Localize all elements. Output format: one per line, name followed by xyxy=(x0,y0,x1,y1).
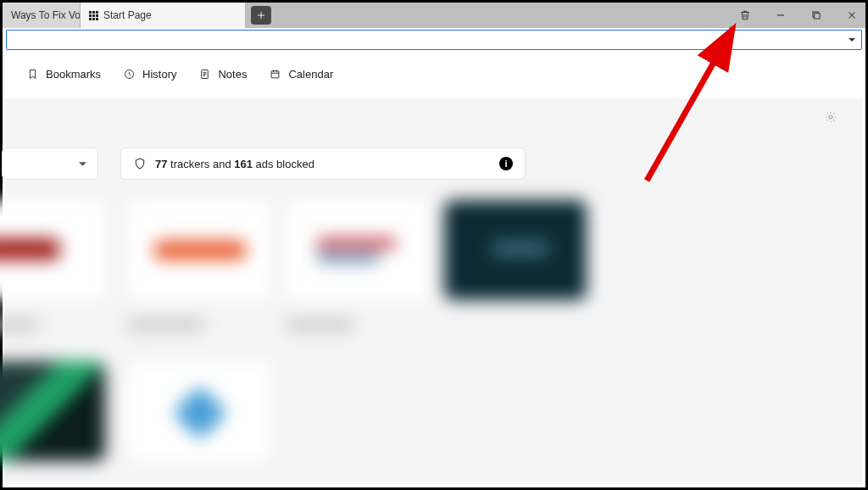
chevron-down-icon xyxy=(78,159,87,169)
tab-inactive-title: Ways To Fix Voic xyxy=(11,9,81,21)
tracker-blocked-pill[interactable]: 77 trackers and 161 ads blocked i xyxy=(120,148,526,180)
trash-icon xyxy=(739,9,751,21)
trash-button[interactable] xyxy=(737,7,754,24)
ads-count: 161 xyxy=(234,158,253,170)
speed-dial-tile[interactable] xyxy=(0,200,105,300)
maximize-button[interactable] xyxy=(808,7,825,24)
shield-icon xyxy=(133,157,147,170)
history-label: History xyxy=(142,68,176,81)
notes-icon xyxy=(198,68,211,81)
minimize-icon xyxy=(775,9,787,21)
minimize-button[interactable] xyxy=(772,7,789,24)
bookmarks-label: Bookmarks xyxy=(46,68,101,81)
tile-label xyxy=(287,319,354,331)
svg-point-5 xyxy=(829,115,832,119)
close-icon xyxy=(846,9,858,21)
address-bar-wrap xyxy=(3,28,865,52)
bookmarks-tab[interactable]: Bookmarks xyxy=(26,68,101,81)
tracker-text: 77 trackers and 161 ads blocked xyxy=(155,158,314,170)
svg-rect-4 xyxy=(272,70,280,77)
address-dropdown-icon xyxy=(848,36,856,44)
plus-icon xyxy=(256,10,266,20)
speed-dial-tile[interactable] xyxy=(0,361,105,461)
calendar-label: Calendar xyxy=(288,68,333,81)
calendar-tab[interactable]: Calendar xyxy=(269,68,333,81)
svg-rect-1 xyxy=(815,14,820,19)
notes-tab[interactable]: Notes xyxy=(198,68,247,81)
tile-label xyxy=(0,319,39,331)
tile-label xyxy=(128,319,204,331)
tab-active-title: Start Page xyxy=(103,9,152,21)
maximize-icon xyxy=(810,9,822,21)
new-tab-button[interactable] xyxy=(251,6,271,25)
tracker-count: 77 xyxy=(155,158,167,170)
history-tab[interactable]: History xyxy=(123,68,176,81)
speed-dial-tile[interactable] xyxy=(128,200,270,300)
window-controls xyxy=(737,3,860,28)
close-button[interactable] xyxy=(843,7,860,24)
info-icon[interactable]: i xyxy=(499,157,513,170)
start-toolbar: Bookmarks History Notes Calendar xyxy=(3,52,865,96)
calendar-icon xyxy=(269,68,281,81)
speed-dial-tiles xyxy=(5,200,863,485)
start-settings-button[interactable] xyxy=(824,110,837,127)
notes-label: Notes xyxy=(218,68,247,81)
history-icon xyxy=(123,68,136,81)
speed-dial-controls: 77 trackers and 161 ads blocked i xyxy=(5,148,526,180)
tab-bar: Ways To Fix Voic Start Page xyxy=(3,3,865,28)
speed-dial-dropdown[interactable] xyxy=(2,148,98,180)
speed-dial-tile[interactable] xyxy=(287,200,429,300)
apps-grid-icon xyxy=(89,11,98,20)
bookmark-icon xyxy=(26,68,39,81)
gear-icon xyxy=(824,110,837,124)
tab-active[interactable]: Start Page xyxy=(81,3,246,28)
speed-dial-tile[interactable] xyxy=(444,200,587,300)
tab-inactive[interactable]: Ways To Fix Voic xyxy=(3,3,81,28)
address-bar[interactable] xyxy=(6,30,862,50)
start-page-content: 77 trackers and 161 ads blocked i xyxy=(5,98,863,485)
speed-dial-tile[interactable] xyxy=(128,361,270,461)
